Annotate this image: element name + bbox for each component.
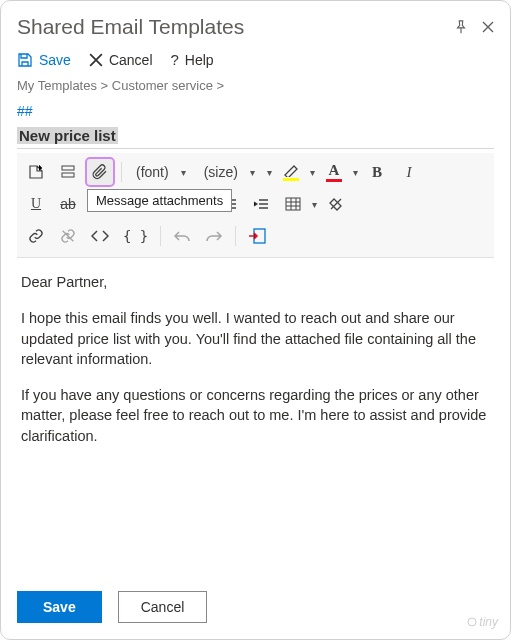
tiny-label: tiny xyxy=(479,615,498,629)
window-title: Shared Email Templates xyxy=(17,15,244,39)
breadcrumb-sep-end: > xyxy=(217,78,225,93)
subject-line[interactable]: New price list xyxy=(17,127,494,149)
help-icon: ? xyxy=(171,51,179,68)
unlink-button[interactable] xyxy=(55,223,81,249)
x-icon xyxy=(89,53,103,67)
undo-button[interactable] xyxy=(169,223,195,249)
cancel-label: Cancel xyxy=(109,52,153,68)
italic-button[interactable]: I xyxy=(396,159,422,185)
help-link[interactable]: ? Help xyxy=(171,51,214,68)
breadcrumb-folder[interactable]: Customer service xyxy=(112,78,213,93)
chevron-down-icon[interactable]: ▾ xyxy=(310,167,315,178)
titlebar: Shared Email Templates xyxy=(17,15,494,39)
chevron-down-icon: ▾ xyxy=(250,167,255,178)
tiny-brand-icon: tiny xyxy=(467,615,498,629)
clear-formatting-button[interactable] xyxy=(323,191,349,217)
font-family-dropdown[interactable]: (font) ▾ xyxy=(130,159,192,185)
attachment-tooltip: Message attachments xyxy=(87,189,232,212)
separator xyxy=(235,226,236,246)
chevron-down-icon[interactable]: ▾ xyxy=(353,167,358,178)
body-p2: I hope this email finds you well. I want… xyxy=(21,308,490,369)
command-bar: Save Cancel ? Help xyxy=(17,51,494,68)
strikethrough-button[interactable]: ab xyxy=(55,191,81,217)
chevron-down-icon[interactable]: ▾ xyxy=(267,167,272,178)
template-editor-window: Shared Email Templates Save Cancel ? Hel… xyxy=(0,0,511,640)
chevron-down-icon: ▾ xyxy=(181,167,186,178)
toolbar-row-1: Message attachments (font) ▾ (size) ▾ ▾ … xyxy=(23,159,488,185)
import-button[interactable] xyxy=(244,223,270,249)
chevron-down-icon[interactable]: ▾ xyxy=(312,199,317,210)
underline-button[interactable]: U xyxy=(23,191,49,217)
redo-button[interactable] xyxy=(201,223,227,249)
cancel-button[interactable]: Cancel xyxy=(118,591,208,623)
highlight-swatch xyxy=(283,178,299,181)
footer-buttons: Save Cancel xyxy=(17,591,494,623)
save-label: Save xyxy=(39,52,71,68)
toolbar-row-3: { } xyxy=(23,223,488,249)
source-code-button[interactable] xyxy=(87,223,113,249)
body-p1: Dear Partner, xyxy=(21,272,490,292)
body-p3: If you have any questions or concerns re… xyxy=(21,385,490,446)
insert-macro-icon[interactable] xyxy=(23,159,49,185)
letter-a-icon: A xyxy=(329,163,340,178)
email-body-editor[interactable]: Dear Partner, I hope this email finds yo… xyxy=(17,258,494,591)
svg-rect-8 xyxy=(286,198,300,210)
highlight-color-button[interactable] xyxy=(278,159,304,185)
table-button[interactable] xyxy=(280,191,306,217)
editor-toolbar: Message attachments (font) ▾ (size) ▾ ▾ … xyxy=(17,153,494,258)
breadcrumb: My Templates > Customer service > xyxy=(17,78,494,93)
hash-tags-line[interactable]: ## xyxy=(17,103,494,119)
svg-rect-0 xyxy=(62,166,74,170)
svg-point-10 xyxy=(468,618,476,626)
save-disk-icon xyxy=(17,52,33,68)
help-label: Help xyxy=(185,52,214,68)
attachment-icon[interactable]: Message attachments xyxy=(87,159,113,185)
cancel-link[interactable]: Cancel xyxy=(89,52,153,68)
save-link[interactable]: Save xyxy=(17,52,71,68)
text-color-swatch xyxy=(326,179,342,182)
indent-button[interactable] xyxy=(248,191,274,217)
close-icon[interactable] xyxy=(482,21,494,33)
breadcrumb-sep: > xyxy=(101,78,109,93)
separator xyxy=(121,162,122,182)
pin-icon[interactable] xyxy=(454,20,468,34)
breadcrumb-root[interactable]: My Templates xyxy=(17,78,97,93)
font-size-value: (size) xyxy=(204,164,238,180)
svg-rect-1 xyxy=(62,173,74,177)
layout-icon[interactable] xyxy=(55,159,81,185)
save-button[interactable]: Save xyxy=(17,591,102,623)
separator xyxy=(160,226,161,246)
bold-button[interactable]: B xyxy=(364,159,390,185)
text-color-button[interactable]: A xyxy=(321,159,347,185)
font-family-value: (font) xyxy=(136,164,169,180)
title-actions xyxy=(454,20,494,34)
link-button[interactable] xyxy=(23,223,49,249)
font-size-dropdown[interactable]: (size) ▾ xyxy=(198,159,261,185)
code-braces-button[interactable]: { } xyxy=(119,223,152,249)
subject-text: New price list xyxy=(17,127,118,144)
